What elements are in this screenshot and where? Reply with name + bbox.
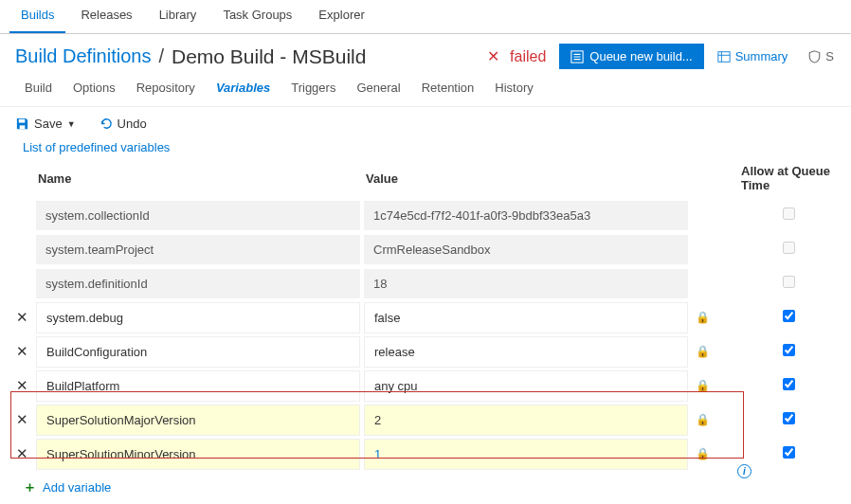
- table-row: ✕BuildConfigurationrelease🔒: [11, 334, 836, 369]
- subtab-repository[interactable]: Repository: [127, 77, 205, 99]
- tab-explorer[interactable]: Explorer: [307, 0, 375, 33]
- summary-button[interactable]: Summary: [710, 44, 796, 69]
- allow-queue-checkbox[interactable]: [741, 344, 836, 359]
- lock-icon[interactable]: 🔒: [692, 345, 713, 358]
- plus-icon: ＋: [23, 478, 37, 496]
- delete-icon[interactable]: ✕: [11, 343, 32, 360]
- summary-btn-label: Summary: [735, 49, 788, 63]
- summary-icon: [717, 50, 731, 63]
- tab-releases[interactable]: Releases: [69, 0, 143, 33]
- var-name-cell[interactable]: BuildConfiguration: [36, 336, 360, 368]
- status-fail-icon: ✕: [487, 47, 499, 65]
- var-value-cell[interactable]: false: [364, 302, 688, 333]
- table-row: system.definitionId18: [11, 266, 836, 300]
- var-name-cell[interactable]: SuperSolutionMinorVersion: [36, 439, 360, 470]
- tab-builds[interactable]: Builds: [9, 0, 65, 33]
- var-value-cell[interactable]: any cpu: [364, 370, 688, 402]
- var-value-cell: 1c74e5cd-f7f2-401f-a0f3-9bdbf33ea5a3: [364, 201, 688, 230]
- subtab-retention[interactable]: Retention: [412, 77, 484, 99]
- delete-icon[interactable]: ✕: [11, 411, 32, 428]
- var-value-cell: 18: [364, 269, 688, 298]
- add-variable-button[interactable]: ＋ Add variable: [0, 471, 851, 496]
- status-text: failed: [510, 48, 546, 65]
- var-name-cell: system.teamProject: [36, 235, 360, 264]
- lock-icon[interactable]: 🔒: [692, 413, 713, 426]
- delete-icon[interactable]: ✕: [11, 309, 32, 326]
- var-name-cell[interactable]: system.debug: [36, 302, 360, 333]
- table-row: ✕system.debugfalse🔒: [11, 300, 836, 334]
- lock-icon[interactable]: 🔒: [692, 379, 713, 392]
- col-allow-queue: Allow at Queue Time: [741, 164, 836, 192]
- predefined-link-row: List of predefined variables: [0, 140, 851, 160]
- top-tabs: Builds Releases Library Task Groups Expl…: [0, 0, 851, 34]
- delete-icon[interactable]: ✕: [11, 445, 32, 462]
- predefined-variables-link[interactable]: List of predefined variables: [23, 140, 170, 154]
- page-title: Demo Build - MSBuild: [172, 45, 366, 68]
- queue-new-build-button[interactable]: Queue new build...: [559, 44, 703, 69]
- tab-task-groups[interactable]: Task Groups: [211, 0, 303, 33]
- allow-queue-checkbox[interactable]: [741, 310, 836, 325]
- add-variable-label: Add variable: [43, 480, 111, 495]
- allow-queue-checkbox[interactable]: [741, 242, 836, 257]
- subtab-variables[interactable]: Variables: [207, 77, 280, 99]
- security-btn-label: S: [825, 49, 834, 63]
- var-value-cell[interactable]: 1: [364, 439, 688, 470]
- var-value-cell: CrmReleaseSandbox: [364, 235, 688, 264]
- chevron-down-icon: ▼: [67, 119, 76, 129]
- allow-queue-checkbox[interactable]: [741, 276, 836, 291]
- allow-queue-checkbox[interactable]: [741, 412, 836, 427]
- table-row: ✕SuperSolutionMinorVersion1🔒: [11, 437, 836, 471]
- allow-queue-checkbox[interactable]: [741, 446, 836, 461]
- table-row: ✕SuperSolutionMajorVersion2🔒: [11, 403, 836, 437]
- allow-queue-checkbox[interactable]: [741, 207, 836, 223]
- table-row: system.teamProjectCrmReleaseSandbox: [11, 232, 836, 266]
- shield-icon: [808, 50, 821, 63]
- allow-queue-checkbox[interactable]: [741, 378, 836, 393]
- breadcrumb-separator: /: [158, 45, 164, 67]
- sub-tabs: Build Options Repository Variables Trigg…: [0, 77, 851, 107]
- breadcrumb-build-definitions[interactable]: Build Definitions: [15, 45, 151, 67]
- subtab-history[interactable]: History: [485, 77, 542, 99]
- tab-library[interactable]: Library: [148, 0, 208, 33]
- lock-icon[interactable]: 🔒: [692, 447, 713, 460]
- subtab-general[interactable]: General: [347, 77, 409, 99]
- svg-rect-1: [718, 51, 730, 62]
- undo-icon: [99, 117, 113, 131]
- var-name-cell[interactable]: BuildPlatform: [36, 370, 360, 402]
- table-row: system.collectionId1c74e5cd-f7f2-401f-a0…: [11, 198, 836, 232]
- variables-table: Name Value Allow at Queue Time system.co…: [0, 160, 851, 471]
- svg-rect-3: [20, 125, 26, 129]
- col-name: Name: [36, 171, 360, 186]
- save-label: Save: [34, 117, 63, 131]
- var-name-cell[interactable]: SuperSolutionMajorVersion: [36, 405, 360, 436]
- queue-btn-label: Queue new build...: [589, 49, 692, 63]
- var-name-cell: system.collectionId: [36, 201, 360, 230]
- var-value-cell[interactable]: 2: [364, 405, 688, 436]
- subtab-build[interactable]: Build: [15, 77, 62, 99]
- page-header: Build Definitions / Demo Build - MSBuild…: [0, 34, 851, 77]
- queue-icon: [570, 50, 584, 63]
- col-value: Value: [364, 171, 688, 186]
- undo-button[interactable]: Undo: [99, 117, 147, 131]
- subtab-options[interactable]: Options: [63, 77, 125, 99]
- toolbar: Save ▼ Undo: [0, 107, 851, 140]
- lock-icon[interactable]: 🔒: [692, 311, 713, 324]
- var-name-cell: system.definitionId: [36, 269, 360, 298]
- table-row: ✕BuildPlatformany cpu🔒: [11, 369, 836, 403]
- undo-label: Undo: [118, 117, 147, 131]
- svg-rect-2: [19, 119, 26, 123]
- delete-icon[interactable]: ✕: [11, 377, 32, 394]
- security-button[interactable]: S: [801, 44, 842, 69]
- save-icon: [15, 117, 29, 131]
- var-value-cell[interactable]: release: [364, 336, 688, 368]
- info-icon[interactable]: i: [737, 464, 751, 478]
- table-header: Name Value Allow at Queue Time: [11, 160, 836, 198]
- save-button[interactable]: Save ▼: [15, 117, 76, 131]
- subtab-triggers[interactable]: Triggers: [281, 77, 345, 99]
